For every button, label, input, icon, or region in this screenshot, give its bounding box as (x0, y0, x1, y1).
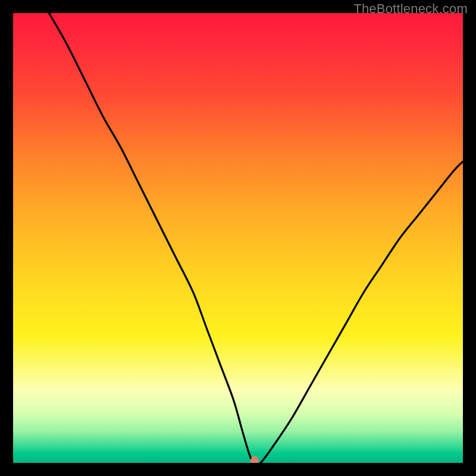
curve-layer (13, 13, 463, 463)
plot-area (13, 13, 463, 463)
chart-frame: TheBottleneck.com (0, 0, 476, 476)
optimum-marker (250, 456, 259, 463)
v-curve (49, 13, 463, 463)
